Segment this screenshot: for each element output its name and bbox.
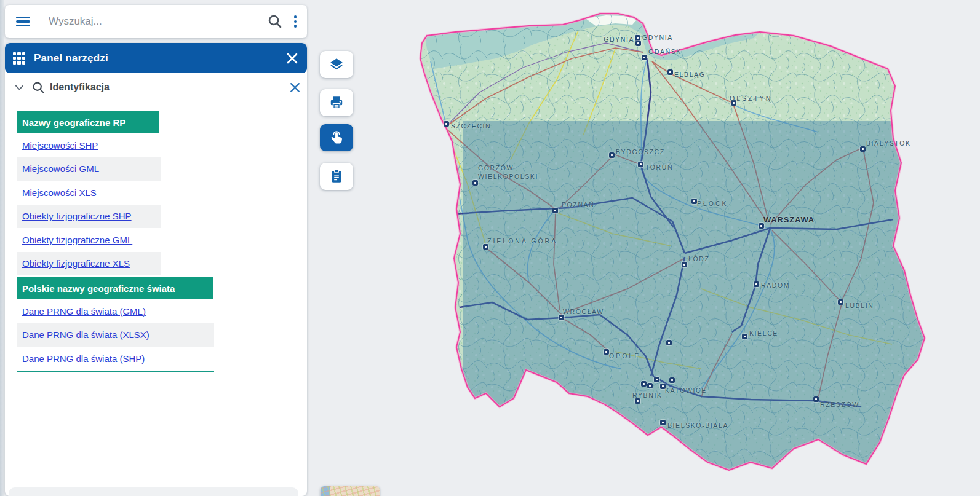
download-link-row[interactable]: Dane PRNG dla świata (GML) bbox=[17, 299, 214, 323]
app-window: GDYNIAGDYNIAGDAŃSKELBLĄGOLSZTYNSZCZECINB… bbox=[0, 0, 980, 496]
tools-panel: Panel narzędzi Identyfikacja Nazwy geogr… bbox=[5, 43, 307, 496]
download-link[interactable]: Miejscowości XLS bbox=[22, 187, 97, 198]
close-icon[interactable] bbox=[290, 82, 300, 93]
download-link-row[interactable]: Miejscowości GML bbox=[17, 157, 161, 181]
download-link-row[interactable]: Obiekty fizjograficzne SHP bbox=[17, 205, 161, 229]
close-icon[interactable] bbox=[286, 52, 298, 65]
overview-mini-map[interactable] bbox=[321, 486, 380, 496]
group-header: Nazwy geograficzne RP bbox=[17, 111, 159, 133]
download-link[interactable]: Dane PRNG dla świata (SHP) bbox=[22, 353, 145, 364]
bottom-partial-row[interactable] bbox=[9, 487, 298, 496]
panel-body: Nazwy geograficzne RP Miejscowości SHP M… bbox=[5, 101, 307, 372]
download-link[interactable]: Miejscowości GML bbox=[22, 163, 99, 174]
download-link[interactable]: Obiekty fizjograficzne SHP bbox=[22, 211, 132, 221]
download-link-row[interactable]: Dane PRNG dla świata (XLSX) bbox=[17, 323, 214, 347]
chevron-down-icon[interactable] bbox=[15, 83, 24, 92]
search-bar bbox=[5, 5, 307, 38]
print-button[interactable] bbox=[320, 89, 353, 116]
window-edge bbox=[0, 0, 4, 496]
download-link-row[interactable]: Obiekty fizjograficzne GML bbox=[17, 228, 161, 252]
download-link-row[interactable]: Miejscowości XLS bbox=[17, 181, 161, 205]
search-input[interactable] bbox=[47, 15, 268, 28]
download-link[interactable]: Dane PRNG dla świata (GML) bbox=[22, 306, 146, 317]
report-clipboard-icon bbox=[329, 168, 345, 184]
magnifier-icon[interactable] bbox=[268, 14, 282, 29]
download-link[interactable]: Obiekty fizjograficzne XLS bbox=[22, 258, 130, 269]
report-button[interactable] bbox=[320, 163, 353, 190]
identify-section-row: Identyfikacja bbox=[5, 73, 307, 101]
layers-icon bbox=[329, 57, 345, 73]
tools-panel-header: Panel narzędzi bbox=[5, 43, 307, 73]
download-link-row[interactable]: Obiekty fizjograficzne XLS bbox=[17, 252, 161, 276]
download-link-row[interactable]: Miejscowości SHP bbox=[17, 133, 161, 157]
grid-icon bbox=[13, 52, 25, 65]
printer-icon bbox=[329, 95, 345, 111]
identify-button[interactable] bbox=[320, 124, 353, 151]
identify-tap-icon bbox=[329, 130, 345, 146]
layers-button[interactable] bbox=[320, 51, 353, 78]
hamburger-icon[interactable] bbox=[16, 17, 30, 27]
group-header: Polskie nazwy geograficzne świata bbox=[17, 277, 213, 299]
download-link-row[interactable]: Dane PRNG dla świata (SHP) bbox=[17, 347, 214, 371]
download-link[interactable]: Obiekty fizjograficzne GML bbox=[22, 235, 132, 245]
divider bbox=[17, 371, 214, 372]
download-link[interactable]: Miejscowości SHP bbox=[22, 140, 98, 151]
panel-title: Panel narzędzi bbox=[34, 52, 108, 65]
kebab-menu-icon[interactable] bbox=[291, 14, 300, 29]
download-link[interactable]: Dane PRNG dla świata (XLSX) bbox=[22, 329, 149, 340]
section-title: Identyfikacja bbox=[50, 82, 110, 93]
magnifier-icon bbox=[32, 81, 45, 94]
